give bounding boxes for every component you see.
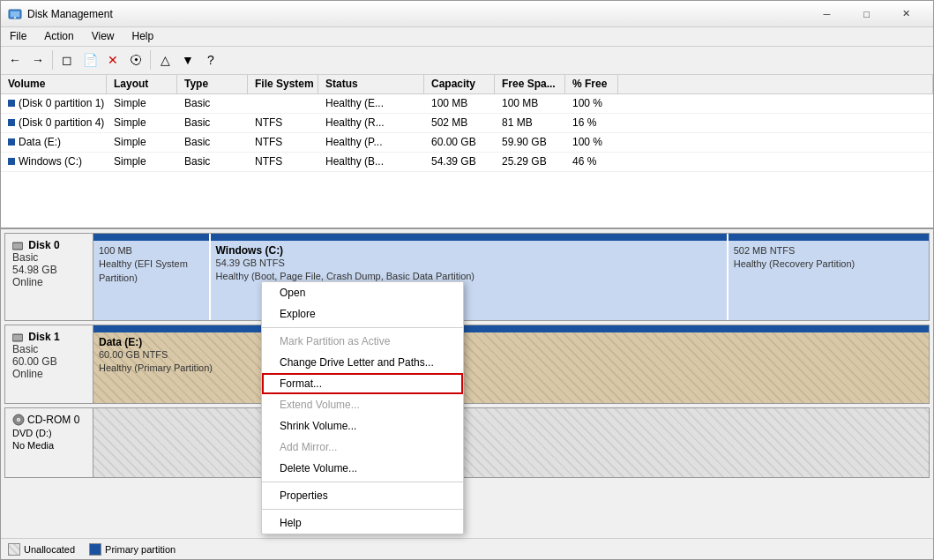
cell-freepct: 100 % <box>565 133 618 152</box>
cdrom-title: CD-ROM 0 <box>27 414 79 426</box>
header-freespace: Free Spa... <box>495 75 565 93</box>
context-menu-shrink[interactable]: Shrink Volume... <box>262 415 463 437</box>
disk0-partition-recovery[interactable]: 502 MB NTFS Healthy (Recovery Partition) <box>729 234 929 320</box>
disk1-type: Basic <box>12 343 86 355</box>
table-row[interactable]: Data (E:) Simple Basic NTFS Healthy (P..… <box>1 133 933 153</box>
disk1-partition-data[interactable]: Data (E:) 60.00 GB NTFS Healthy (Primary… <box>93 325 929 403</box>
context-menu-delete[interactable]: Delete Volume... <box>262 458 463 479</box>
window-title: Disk Management <box>27 8 807 20</box>
cell-type: Basic <box>177 94 248 113</box>
menu-file[interactable]: File <box>1 28 35 44</box>
toolbar-btn-2[interactable]: 📄 <box>79 49 101 71</box>
header-capacity: Capacity <box>424 75 495 93</box>
cell-rest <box>618 114 933 132</box>
header-type: Type <box>177 75 248 93</box>
toolbar-btn-5[interactable]: △ <box>154 49 176 71</box>
disk0-row: Disk 0 Basic 54.98 GB Online 100 MB Heal… <box>4 233 930 321</box>
context-menu-mark-active: Mark Partition as Active <box>262 331 463 352</box>
table-row[interactable]: Windows (C:) Simple Basic NTFS Healthy (… <box>1 153 933 172</box>
context-menu-explore[interactable]: Explore <box>262 303 463 325</box>
svg-rect-1 <box>11 11 19 17</box>
toolbar-btn-3[interactable]: ✕ <box>102 49 123 71</box>
svg-rect-6 <box>13 335 22 340</box>
partition-header-data <box>93 325 929 332</box>
cell-status: Healthy (E... <box>318 94 424 113</box>
cdrom-type: DVD (D:) <box>12 428 86 438</box>
context-menu-extend: Extend Volume... <box>262 394 463 415</box>
partition-content-data: Data (E:) 60.00 GB NTFS Healthy (Primary… <box>93 332 929 403</box>
cell-layout: Simple <box>107 153 177 171</box>
minimize-button[interactable]: ─ <box>807 1 847 27</box>
context-menu-help[interactable]: Help <box>262 512 463 534</box>
disk-graphical-area: Disk 0 Basic 54.98 GB Online 100 MB Heal… <box>1 229 933 538</box>
menubar: File Action View Help <box>1 27 933 47</box>
context-separator-1 <box>262 327 463 328</box>
cell-fs <box>248 94 318 113</box>
menu-view[interactable]: View <box>83 28 123 44</box>
cell-volume: (Disk 0 partition 1) <box>1 94 107 113</box>
main-window: Disk Management ─ □ ✕ File Action View H… <box>0 0 934 560</box>
cell-fs: NTFS <box>248 133 318 152</box>
partition-content-efi: 100 MB Healthy (EFI System Partition) <box>93 241 209 320</box>
forward-button[interactable]: → <box>27 49 49 71</box>
menu-action[interactable]: Action <box>35 28 82 44</box>
legend-unalloc-label: Unallocated <box>24 544 75 555</box>
disk0-partitions: 100 MB Healthy (EFI System Partition) Wi… <box>93 234 929 320</box>
context-menu: Open Explore Mark Partition as Active Ch… <box>261 281 464 534</box>
context-separator-2 <box>262 482 463 482</box>
app-icon <box>8 7 22 21</box>
cell-volume: Windows (C:) <box>1 153 107 171</box>
legend-unalloc-box <box>8 543 20 556</box>
table-row[interactable]: (Disk 0 partition 1) Simple Basic Health… <box>1 94 933 114</box>
partition-header <box>93 234 209 241</box>
cell-fs: NTFS <box>248 114 318 132</box>
partition-size-efi: 100 MB <box>99 244 204 258</box>
partition-name-windows: Windows (C:) <box>216 244 721 257</box>
context-menu-add-mirror: Add Mirror... <box>262 437 463 458</box>
toolbar-separator-1 <box>52 50 53 70</box>
header-volume: Volume <box>1 75 107 93</box>
partition-header-windows <box>211 234 727 241</box>
disk1-label: Disk 1 Basic 60.00 GB Online <box>5 325 93 403</box>
table-row[interactable]: (Disk 0 partition 4) Simple Basic NTFS H… <box>1 114 933 133</box>
cell-status: Healthy (R... <box>318 114 424 132</box>
toolbar-btn-7[interactable]: ? <box>200 49 221 71</box>
cell-freespace: 25.29 GB <box>495 153 565 171</box>
context-menu-open[interactable]: Open <box>262 282 463 303</box>
partition-name-data: Data (E:) <box>99 336 923 348</box>
disk0-partition-efi[interactable]: 100 MB Healthy (EFI System Partition) <box>93 234 211 320</box>
window-controls: ─ □ ✕ <box>807 1 926 27</box>
disk0-label: Disk 0 Basic 54.98 GB Online <box>5 234 93 320</box>
partition-desc-data: Healthy (Primary Partition) <box>99 362 923 375</box>
cell-volume: Data (E:) <box>1 133 107 152</box>
disk-indicator-icon <box>8 100 15 107</box>
cell-layout: Simple <box>107 94 177 113</box>
close-button[interactable]: ✕ <box>886 1 926 27</box>
cell-rest <box>618 94 933 113</box>
context-menu-format[interactable]: Format... <box>262 373 463 394</box>
partition-content-recovery: 502 MB NTFS Healthy (Recovery Partition) <box>729 241 929 320</box>
cell-layout: Simple <box>107 114 177 132</box>
menu-help[interactable]: Help <box>123 28 163 44</box>
cell-capacity: 100 MB <box>424 94 495 113</box>
toolbar-btn-6[interactable]: ▼ <box>177 49 198 71</box>
disk0-title: Disk 0 <box>12 239 86 251</box>
disk0-type: Basic <box>12 251 86 264</box>
disk-indicator-icon <box>8 158 15 165</box>
cell-status: Healthy (P... <box>318 133 424 152</box>
context-menu-change-drive[interactable]: Change Drive Letter and Paths... <box>262 352 463 373</box>
cdrom-status: No Media <box>12 440 86 451</box>
cell-rest <box>618 153 933 171</box>
cdrom-content <box>93 408 929 477</box>
back-button[interactable]: ← <box>4 49 26 71</box>
toolbar-btn-4[interactable]: 🖸 <box>125 49 146 71</box>
maximize-button[interactable]: □ <box>847 1 886 27</box>
partition-desc-efi: Healthy (EFI System Partition) <box>99 258 204 285</box>
cell-status: Healthy (B... <box>318 153 424 171</box>
disk-indicator-icon <box>8 138 15 146</box>
toolbar-separator-2 <box>150 50 151 70</box>
context-menu-properties[interactable]: Properties <box>262 485 463 506</box>
toolbar-btn-1[interactable]: ◻ <box>56 49 78 71</box>
partition-size-windows: 54.39 GB NTFS <box>216 257 721 270</box>
cell-rest <box>618 133 933 152</box>
